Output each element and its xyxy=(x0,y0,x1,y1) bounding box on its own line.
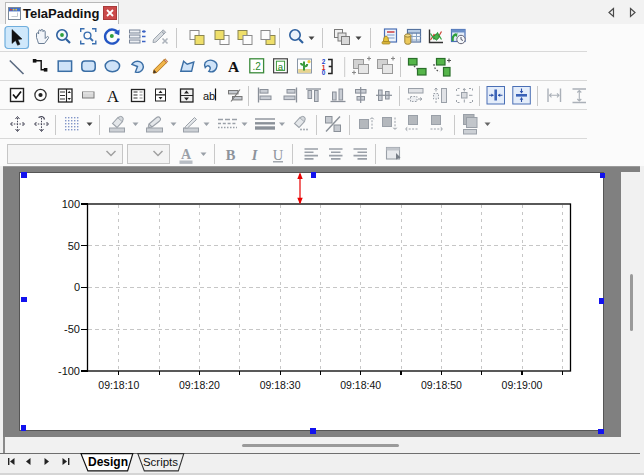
svg-text:Scripts: Scripts xyxy=(143,456,178,468)
svg-text:0: 0 xyxy=(322,69,326,76)
svg-text:A: A xyxy=(181,147,192,162)
svg-text:09:18:20: 09:18:20 xyxy=(179,379,220,391)
svg-text:50: 50 xyxy=(68,240,80,252)
svg-text:a: a xyxy=(278,61,284,72)
svg-text:I: I xyxy=(251,147,259,163)
svg-text:.2: .2 xyxy=(253,61,262,72)
svg-text:Design: Design xyxy=(88,455,128,469)
svg-text:09:19:00: 09:19:00 xyxy=(502,379,543,391)
svg-text:TelaPadding: TelaPadding xyxy=(23,6,99,21)
svg-text:B: B xyxy=(226,147,236,163)
svg-text:-50: -50 xyxy=(64,323,80,335)
svg-text:U: U xyxy=(273,147,284,163)
svg-text:-100: -100 xyxy=(58,365,80,377)
svg-text:09:18:30: 09:18:30 xyxy=(260,379,301,391)
svg-text:09:18:10: 09:18:10 xyxy=(98,379,139,391)
svg-text:ab: ab xyxy=(203,90,215,102)
svg-text:09:18:40: 09:18:40 xyxy=(340,379,381,391)
svg-text:0: 0 xyxy=(74,281,80,293)
svg-text:A: A xyxy=(228,58,240,75)
svg-text:09:18:50: 09:18:50 xyxy=(421,379,462,391)
svg-text:A: A xyxy=(107,87,120,106)
svg-text:100: 100 xyxy=(62,198,80,210)
